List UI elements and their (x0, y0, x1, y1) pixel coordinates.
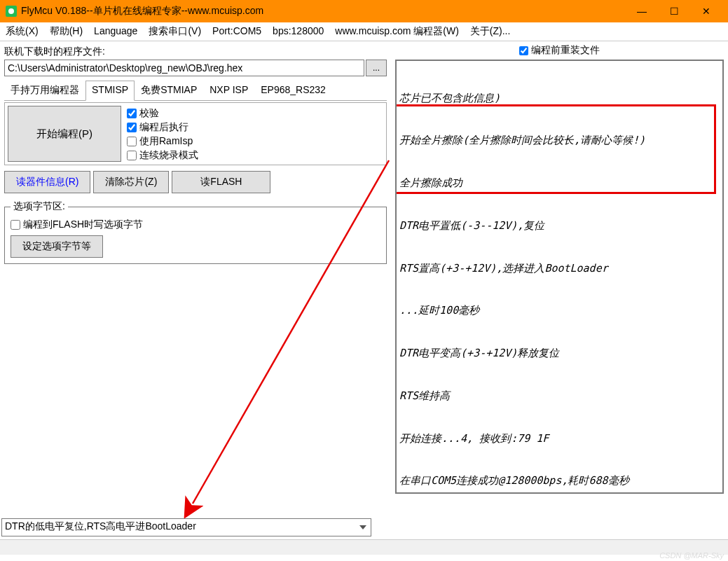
log-output[interactable]: 芯片已不包含此信息) 开始全片擦除(全片擦除时间会比较长,请耐心等候!) 全片擦… (395, 60, 724, 494)
titlebar-text: FlyMcu V0.188--单片机在线编程专家--www.mcuisp.com (21, 5, 626, 18)
titlebar: FlyMcu V0.188--单片机在线编程专家--www.mcuisp.com… (0, 0, 728, 22)
close-button[interactable]: ✕ (690, 0, 722, 22)
read-flash-button[interactable]: 读FLASH (172, 171, 270, 193)
tab-handheld[interactable]: 手持万用编程器 (4, 81, 85, 100)
watermark: CSDN @MAR-Sky (659, 551, 724, 560)
left-panel: 联机下载时的程序文件: ... 手持万用编程器 STMISP 免费STMIAP … (0, 41, 391, 539)
menu-search-port[interactable]: 搜索串口(V) (149, 25, 201, 38)
write-option-bytes-label: 编程到FLASH时写选项字节 (23, 219, 143, 231)
menu-programmer[interactable]: www.mcuisp.com 编程器(W) (335, 25, 459, 38)
menu-language[interactable]: Language (94, 25, 137, 38)
option-bytes-fieldset: 选项字节区: 编程到FLASH时写选项字节 设定选项字节等 (4, 200, 387, 264)
statusbar (0, 539, 728, 555)
reload-file-label: 编程前重装文件 (531, 44, 600, 57)
continuous-checkbox[interactable] (127, 151, 137, 160)
minimize-button[interactable]: — (626, 0, 658, 22)
continuous-label: 连续烧录模式 (139, 149, 198, 162)
run-after-checkbox[interactable] (127, 123, 137, 132)
browse-button[interactable]: ... (366, 60, 387, 76)
option-bytes-legend: 选项字节区: (11, 200, 68, 213)
start-program-button[interactable]: 开始编程(P) (8, 106, 121, 162)
set-option-bytes-button[interactable]: 设定选项字节等 (11, 235, 103, 258)
menu-system[interactable]: 系统(X) (6, 25, 39, 38)
svg-point-1 (8, 8, 14, 14)
menu-about[interactable]: 关于(Z)... (470, 25, 511, 38)
verify-checkbox[interactable] (127, 109, 137, 118)
ramisp-label: 使用RamIsp (139, 135, 193, 148)
read-device-info-button[interactable]: 读器件信息(R) (4, 171, 90, 193)
run-after-label: 编程后执行 (139, 121, 188, 134)
log-line: DTR电平置低(-3--12V),复位 (399, 219, 720, 233)
file-path-input[interactable] (4, 60, 364, 76)
log-line: RTS置高(+3-+12V),选择进入BootLoader (399, 261, 720, 275)
verify-label: 校验 (139, 107, 159, 120)
reload-file-checkbox[interactable] (519, 46, 528, 55)
log-line: 芯片已不包含此信息) (399, 91, 720, 105)
tab-ep968[interactable]: EP968_RS232 (254, 81, 332, 100)
annotation-highlight-box (395, 104, 716, 194)
tab-row: 手持万用编程器 STMISP 免费STMIAP NXP ISP EP968_RS… (4, 81, 387, 101)
tab-stmisp[interactable]: STMISP (85, 81, 135, 101)
app-icon (6, 6, 17, 17)
write-option-bytes-checkbox[interactable] (11, 220, 20, 230)
reset-mode-combo[interactable]: DTR的低电平复位,RTS高电平进BootLoader (1, 518, 371, 536)
ramisp-checkbox[interactable] (127, 137, 137, 146)
tab-stmiap[interactable]: 免费STMIAP (135, 81, 203, 100)
menubar: 系统(X) 帮助(H) Language 搜索串口(V) Port:COM5 b… (0, 22, 728, 41)
clear-chip-button[interactable]: 清除芯片(Z) (93, 171, 169, 193)
right-panel: 编程前重装文件 芯片已不包含此信息) 开始全片擦除(全片擦除时间会比较长,请耐心… (391, 41, 728, 539)
log-line: DTR电平变高(+3-+12V)释放复位 (399, 346, 720, 360)
menu-help[interactable]: 帮助(H) (50, 25, 83, 38)
reset-mode-value: DTR的低电平复位,RTS高电平进BootLoader (5, 520, 196, 532)
file-label: 联机下载时的程序文件: (4, 46, 387, 58)
menu-bps[interactable]: bps:128000 (273, 25, 324, 38)
log-line: 在串口COM5连接成功@128000bps,耗时688毫秒 (399, 473, 720, 487)
log-line: RTS维持高 (399, 389, 720, 403)
tab-nxpisp[interactable]: NXP ISP (203, 81, 254, 100)
log-line: 开始连接...4, 接收到:79 1F (399, 431, 720, 445)
maximize-button[interactable]: ☐ (658, 0, 690, 22)
menu-port[interactable]: Port:COM5 (212, 25, 261, 38)
program-area: 开始编程(P) 校验 编程后执行 使用RamIsp 连续烧录模式 (4, 102, 387, 165)
log-line: ...延时100毫秒 (399, 303, 720, 317)
